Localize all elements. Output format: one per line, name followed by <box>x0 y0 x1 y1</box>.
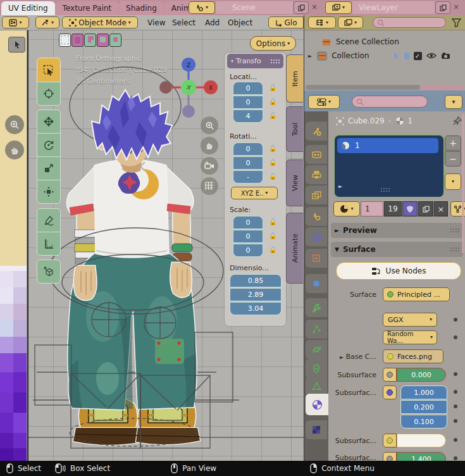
tab-view-layer[interactable] <box>306 185 327 204</box>
properties-editor-type-dropdown[interactable]: ▾ <box>308 95 340 109</box>
viewlayer-icon-dropdown[interactable]: ▾ <box>325 1 352 14</box>
editor-type-dropdown[interactable]: ▾ <box>35 16 59 28</box>
subsurface-ior-slider[interactable]: 1.400 <box>397 452 446 461</box>
scale-z-field[interactable]: 0 <box>233 244 263 257</box>
pin-icon[interactable] <box>452 116 462 126</box>
outliner-filter-dropdown[interactable]: ▾ <box>338 16 363 28</box>
expand-arrow-icon[interactable]: ► <box>308 53 312 59</box>
location-z-field[interactable]: 4 <box>233 110 263 123</box>
lock-location-x-icon[interactable]: 🔓 <box>269 84 276 91</box>
tab-world[interactable] <box>306 227 327 246</box>
select-mode-lasso-button[interactable] <box>97 34 109 47</box>
eye-icon[interactable] <box>426 52 437 60</box>
location-x-field[interactable]: 0 <box>233 82 263 95</box>
lock-rotation-y-icon[interactable]: 🔓 <box>269 159 276 166</box>
tool-cursor[interactable] <box>37 82 61 106</box>
outliner-scrollbar[interactable] <box>306 85 464 90</box>
add-slot-button[interactable]: + <box>445 135 461 151</box>
select-mode-circle-button[interactable] <box>84 34 96 47</box>
axis-negx-ball[interactable] <box>159 81 172 94</box>
tool-measure[interactable] <box>37 232 61 256</box>
outliner-row-scene-collection[interactable]: Scene Collection <box>304 35 465 48</box>
rotation-x-field[interactable]: 0 <box>233 142 263 156</box>
subsurface-method-dropdown[interactable]: Random Wa... ▾ <box>383 330 437 344</box>
properties-options-dropdown[interactable]: ▾ <box>445 95 462 109</box>
tab-constraints[interactable] <box>306 298 327 317</box>
lock-scale-x-icon[interactable]: 🔓 <box>269 218 276 225</box>
axis-negz-ball[interactable] <box>182 105 195 118</box>
subsurface-radius-socket-button[interactable] <box>383 385 397 399</box>
dimensions-x-field[interactable]: 0.85 <box>230 274 282 287</box>
sidebar-tab-view[interactable]: View <box>286 160 303 206</box>
tab-particles[interactable] <box>306 320 327 339</box>
tab-modifiers[interactable] <box>306 274 327 293</box>
sidebar-tab-item[interactable]: Item <box>286 54 303 103</box>
workspace-tab-shading[interactable]: Shading <box>119 1 164 15</box>
list-grip[interactable] <box>380 187 390 192</box>
copy-material-button[interactable] <box>418 201 433 216</box>
select-mode-tweak-button[interactable] <box>59 34 71 47</box>
menu-object[interactable]: Object <box>228 16 252 30</box>
subsurface-ior-socket-button[interactable] <box>383 452 397 461</box>
unlink-material-button[interactable]: × <box>434 201 448 216</box>
expand-arrow-icon[interactable]: ► <box>340 354 344 360</box>
animate-dot[interactable] <box>454 438 457 442</box>
subsurface-radius-x-field[interactable]: 1.000 <box>400 385 447 399</box>
selectable-cursor-icon[interactable] <box>392 52 400 60</box>
workspace-tab-texture-paint[interactable]: Texture Paint <box>56 1 118 15</box>
sidebar-tab-animate[interactable]: Animate <box>286 213 303 284</box>
lock-location-y-icon[interactable]: 🔓 <box>269 98 276 105</box>
material-name-field[interactable]: 1 <box>361 201 383 216</box>
menu-view[interactable]: View <box>147 16 165 30</box>
properties-scrollbar[interactable] <box>462 114 464 253</box>
slot-specials-dropdown[interactable]: ▾ <box>445 173 461 190</box>
tool-add-cube[interactable] <box>37 260 61 284</box>
outliner-row-collection[interactable]: ► Collection ✓ <box>304 49 465 62</box>
breadcrumb-object[interactable]: Cube.029 <box>348 116 385 125</box>
tab-tool[interactable] <box>306 122 327 141</box>
location-y-field[interactable]: 0 <box>233 96 263 109</box>
animate-dot[interactable] <box>454 372 457 376</box>
material-slot-row[interactable]: 1 <box>337 138 438 153</box>
scale-x-field[interactable]: 0 <box>233 216 263 229</box>
lock-scale-y-icon[interactable]: 🔓 <box>269 232 276 239</box>
remove-scene-button[interactable]: × <box>309 1 319 14</box>
tab-output[interactable] <box>306 165 327 184</box>
new-viewlayer-button[interactable] <box>435 1 450 14</box>
viewport-zoom-gizmo[interactable] <box>201 116 218 134</box>
tab-object[interactable] <box>306 249 327 268</box>
checkbox-icon[interactable]: ✓ <box>414 52 422 60</box>
lock-rotation-z-icon[interactable]: 🔓 <box>269 173 276 180</box>
new-scene-button[interactable] <box>294 1 309 14</box>
tab-physics[interactable] <box>306 340 327 359</box>
panel-grip[interactable] <box>450 228 459 233</box>
scale-y-field[interactable]: 0 <box>233 230 263 243</box>
lock-location-z-icon[interactable]: 🔓 <box>269 112 276 119</box>
scene-icon-dropdown[interactable]: ▾ <box>189 1 215 14</box>
tool-transform[interactable] <box>37 180 61 204</box>
image-editor-type-dropdown[interactable]: ▾ <box>2 16 29 28</box>
select-mode-box-button[interactable] <box>71 34 84 47</box>
subsurface-radius-z-field[interactable]: 0.100 <box>400 415 447 429</box>
breadcrumb-material[interactable]: 1 <box>408 116 413 125</box>
transform-panel-header[interactable]: ▾ Transfo <box>227 54 283 68</box>
menu-select[interactable]: Select <box>172 16 195 30</box>
tab-render[interactable] <box>306 145 327 164</box>
image-select-tool-button[interactable] <box>8 37 25 53</box>
panel-surface-header[interactable]: ▼ Surface <box>331 242 463 257</box>
rotation-z-field[interactable]: - <box>233 170 263 184</box>
viewport-perspective-gizmo[interactable] <box>201 177 218 195</box>
holdout-icon[interactable] <box>403 52 411 60</box>
properties-search-input[interactable] <box>352 96 428 108</box>
tool-annotate[interactable] <box>37 208 61 232</box>
animate-dot[interactable] <box>454 390 457 394</box>
rotation-y-field[interactable]: 0 <box>233 156 263 170</box>
panel-grip[interactable] <box>270 59 280 64</box>
subsurface-color-socket-button[interactable] <box>383 434 397 448</box>
camera-icon[interactable] <box>441 52 450 60</box>
lock-scale-z-icon[interactable]: 🔓 <box>269 246 276 253</box>
viewlayer-name-field[interactable]: ViewLayer <box>352 1 435 14</box>
material-users-button[interactable]: 19 <box>384 201 402 216</box>
dimensions-z-field[interactable]: 3.04 <box>230 302 282 315</box>
animate-dot[interactable] <box>454 318 457 322</box>
